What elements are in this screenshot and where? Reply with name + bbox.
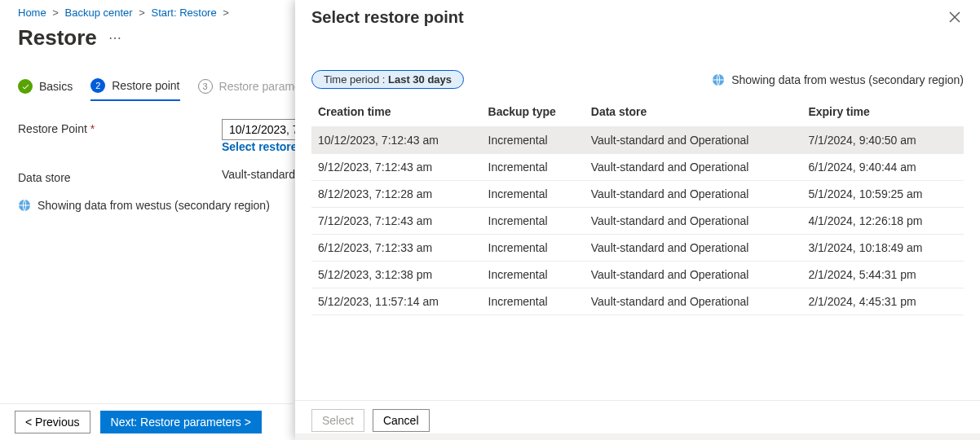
panel-title: Select restore point <box>311 8 946 27</box>
table-row[interactable]: 10/12/2023, 7:12:43 amIncrementalVault-s… <box>311 127 964 154</box>
step-label: Basics <box>39 80 73 93</box>
cell-expiry: 2/1/2024, 4:45:31 pm <box>801 288 964 315</box>
chevron-right-icon: > <box>223 7 229 19</box>
chevron-right-icon: > <box>52 7 59 19</box>
panel-region-text: Showing data from westus (secondary regi… <box>731 73 964 86</box>
table-row[interactable]: 8/12/2023, 7:12:28 amIncrementalVault-st… <box>311 181 964 208</box>
panel-region-info: Showing data from westus (secondary regi… <box>712 73 964 86</box>
cell-type: Incremental <box>482 181 585 208</box>
table-row[interactable]: 5/12/2023, 3:12:38 pmIncrementalVault-st… <box>311 262 964 288</box>
more-actions-icon[interactable]: ⋯ <box>108 30 121 46</box>
globe-icon <box>712 73 725 86</box>
col-data-store[interactable]: Data store <box>585 97 802 127</box>
cell-expiry: 2/1/2024, 5:44:31 pm <box>801 262 964 288</box>
table-row[interactable]: 5/12/2023, 11:57:14 amIncrementalVault-s… <box>311 288 964 315</box>
cell-store: Vault-standard and Operational <box>585 208 802 235</box>
globe-icon <box>18 199 31 212</box>
check-icon <box>18 79 33 94</box>
breadcrumb-backup-center[interactable]: Backup center <box>65 7 133 19</box>
next-button[interactable]: Next: Restore parameters > <box>100 411 262 433</box>
cell-creation: 6/12/2023, 7:12:33 am <box>311 235 482 262</box>
select-restore-point-panel: Select restore point Time period : Last … <box>295 0 980 440</box>
cell-store: Vault-standard and Operational <box>585 127 802 154</box>
step-restore-point[interactable]: 2 Restore point <box>90 78 179 101</box>
breadcrumb-start-restore[interactable]: Start: Restore <box>151 7 216 19</box>
table-row[interactable]: 7/12/2023, 7:12:43 amIncrementalVault-st… <box>311 208 964 235</box>
cell-expiry: 4/1/2024, 12:26:18 pm <box>801 208 964 235</box>
cell-store: Vault-standard and Operational <box>585 235 802 262</box>
step-label: Restore point <box>112 79 179 92</box>
wizard-footer: < Previous Next: Restore parameters > <box>0 403 294 440</box>
cell-creation: 9/12/2023, 7:12:43 am <box>311 154 482 181</box>
cell-creation: 7/12/2023, 7:12:43 am <box>311 208 482 235</box>
panel-toolbar: Time period : Last 30 days Showing data … <box>295 36 980 97</box>
time-period-filter[interactable]: Time period : Last 30 days <box>311 70 464 89</box>
restore-point-label: Restore Point <box>18 122 87 135</box>
breadcrumb-home[interactable]: Home <box>18 7 46 19</box>
step-basics[interactable]: Basics <box>18 79 73 100</box>
col-creation-time[interactable]: Creation time <box>311 97 482 127</box>
cell-store: Vault-standard and Operational <box>585 154 802 181</box>
cell-type: Incremental <box>482 208 585 235</box>
cell-type: Incremental <box>482 262 585 288</box>
chevron-right-icon: > <box>139 7 145 19</box>
col-backup-type[interactable]: Backup type <box>482 97 585 127</box>
time-period-label: Time period : <box>324 73 385 86</box>
horizontal-scrollbar[interactable] <box>295 433 980 440</box>
table-row[interactable]: 6/12/2023, 7:12:33 amIncrementalVault-st… <box>311 235 964 262</box>
cancel-button[interactable]: Cancel <box>373 409 430 432</box>
table-row[interactable]: 9/12/2023, 7:12:43 amIncrementalVault-st… <box>311 154 964 181</box>
cell-type: Incremental <box>482 154 585 181</box>
previous-button[interactable]: < Previous <box>15 411 90 433</box>
cell-store: Vault-standard and Operational <box>585 262 802 288</box>
cell-type: Incremental <box>482 288 585 315</box>
cell-creation: 5/12/2023, 11:57:14 am <box>311 288 482 315</box>
cell-expiry: 7/1/2024, 9:40:50 am <box>801 127 964 154</box>
cell-store: Vault-standard and Operational <box>585 181 802 208</box>
required-asterisk: * <box>90 122 95 135</box>
cell-expiry: 6/1/2024, 9:40:44 am <box>801 154 964 181</box>
time-period-value: Last 30 days <box>388 73 452 86</box>
region-text: Showing data from westus (secondary regi… <box>38 199 270 212</box>
restore-points-table: Creation time Backup type Data store Exp… <box>311 97 964 315</box>
page-title: Restore <box>18 25 97 51</box>
cell-expiry: 5/1/2024, 10:59:25 am <box>801 181 964 208</box>
step-number-icon: 2 <box>90 78 105 93</box>
restore-points-table-wrap: Creation time Backup type Data store Exp… <box>295 97 980 400</box>
cell-creation: 10/12/2023, 7:12:43 am <box>311 127 482 154</box>
cell-creation: 5/12/2023, 3:12:38 pm <box>311 262 482 288</box>
cell-expiry: 3/1/2024, 10:18:49 am <box>801 235 964 262</box>
cell-type: Incremental <box>482 235 585 262</box>
table-header-row: Creation time Backup type Data store Exp… <box>311 97 964 127</box>
cell-store: Vault-standard and Operational <box>585 288 802 315</box>
step-number-icon: 3 <box>198 79 213 94</box>
cell-creation: 8/12/2023, 7:12:28 am <box>311 181 482 208</box>
col-expiry-time[interactable]: Expiry time <box>801 97 964 127</box>
select-button[interactable]: Select <box>311 409 364 432</box>
panel-header: Select restore point <box>295 0 980 36</box>
close-icon[interactable] <box>946 8 964 29</box>
cell-type: Incremental <box>482 127 585 154</box>
data-store-label: Data store <box>18 171 71 184</box>
